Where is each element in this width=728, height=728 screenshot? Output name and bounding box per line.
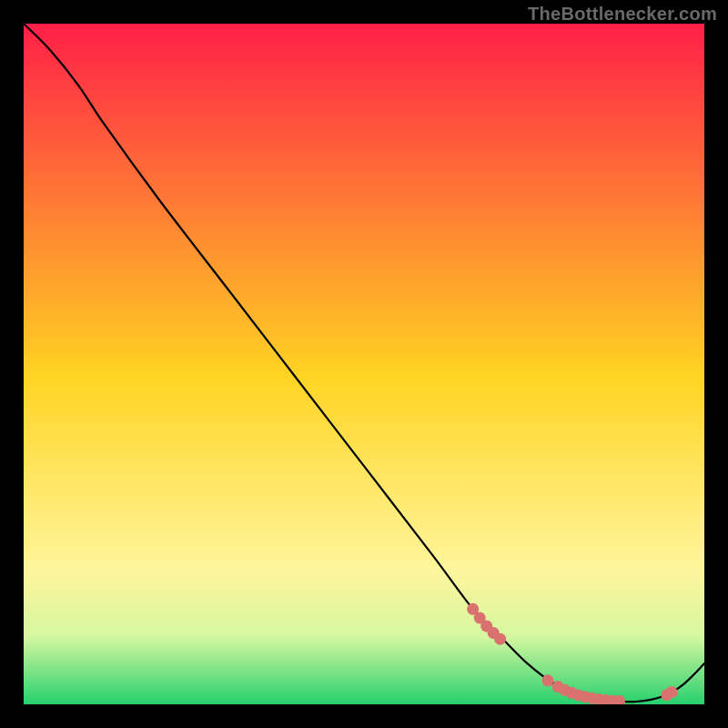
highlight-marker [541,674,553,686]
attribution-text: TheBottlenecker.com [528,4,717,25]
chart-plot-area [24,24,704,704]
chart-svg [24,24,704,704]
chart-background [24,24,704,704]
chart-frame: TheBottlenecker.com [0,0,728,728]
highlight-marker [494,633,506,645]
highlight-marker [666,686,678,698]
